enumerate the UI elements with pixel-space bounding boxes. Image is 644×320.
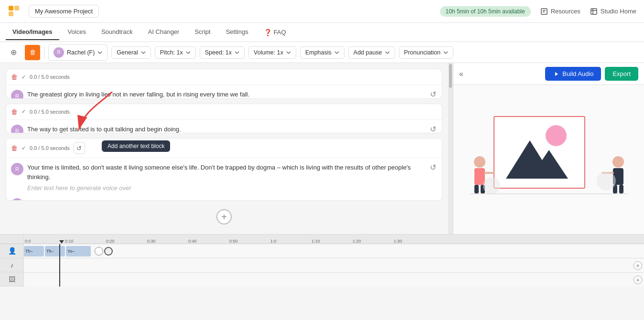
track-icon-image[interactable]: 🖼 bbox=[0, 272, 24, 287]
collapse-panel-button[interactable]: « bbox=[459, 70, 463, 78]
content-area: 🗑 ✓ 0.0 / 5.0 seconds R The greatest glo… bbox=[0, 63, 644, 234]
text-block-3-content[interactable]: Your time is limited, so don't waste it … bbox=[27, 163, 425, 181]
block-2-delete-button[interactable]: 🗑 bbox=[11, 108, 18, 116]
project-name-button[interactable]: My Awesome Project bbox=[29, 5, 99, 18]
ruler-mark-110: 1:10 bbox=[311, 239, 320, 244]
ruler-mark-130: 1:30 bbox=[394, 239, 402, 244]
text-block-2-avatar: R bbox=[11, 125, 23, 134]
svg-rect-13 bbox=[474, 168, 485, 185]
block-1-regenerate-button[interactable]: ↺ bbox=[430, 90, 436, 99]
quota-badge: 10h 5min of 10h 5min available bbox=[440, 6, 531, 17]
resources-link[interactable]: Resources bbox=[540, 8, 580, 15]
svg-rect-14 bbox=[474, 185, 479, 193]
studio-home-link[interactable]: Studio Home bbox=[590, 8, 636, 15]
svg-rect-0 bbox=[9, 6, 13, 11]
timeline-left-sidebar: 👤 ♪ 🖼 bbox=[0, 235, 24, 287]
add-block-tooltip: Add another text block bbox=[102, 140, 170, 152]
tab-voices[interactable]: Voices bbox=[61, 24, 93, 40]
add-block-button[interactable]: + bbox=[216, 209, 232, 224]
timeline-tracks: Th– Th– Yo– + + bbox=[24, 244, 644, 287]
block-1-check: ✓ bbox=[21, 74, 26, 80]
top-right-area: 10h 5min of 10h 5min available Resources… bbox=[440, 6, 636, 17]
tab-settings[interactable]: Settings bbox=[219, 24, 255, 40]
clip-1c[interactable]: Yo– bbox=[66, 246, 91, 256]
ruler-mark-0: 0:0 bbox=[25, 239, 31, 244]
volume-dropdown[interactable]: Volume: 1x bbox=[248, 46, 296, 59]
track-2-add[interactable]: + bbox=[633, 261, 642, 270]
block-3-seconds: 0.0 / 5.0 seconds bbox=[30, 145, 70, 151]
export-button[interactable]: Export bbox=[605, 67, 638, 81]
add-block-container: + bbox=[6, 205, 442, 228]
text-block-3-input-row: R ↺ bbox=[6, 196, 442, 201]
style-dropdown[interactable]: General bbox=[111, 46, 150, 59]
pronunciation-dropdown[interactable]: Pronunciation bbox=[399, 46, 453, 59]
clip-1a[interactable]: Th– bbox=[24, 246, 44, 256]
block-1-delete-button[interactable]: 🗑 bbox=[11, 73, 18, 81]
pitch-dropdown[interactable]: Pitch: 1x bbox=[155, 46, 196, 59]
timeline-track-2[interactable]: + bbox=[24, 258, 644, 273]
preview-illustration bbox=[468, 112, 630, 207]
tab-ai-changer[interactable]: AI Changer bbox=[141, 24, 186, 40]
playhead-triangle bbox=[59, 240, 64, 244]
track-icon-music[interactable]: ♪ bbox=[0, 258, 24, 273]
timeline-ruler: 0:0 0:10 0:20 0:30 0:40 0:50 1:0 1:10 1:… bbox=[24, 235, 644, 244]
text-block-3-input[interactable]: Enter text here to generate voice over bbox=[27, 184, 425, 192]
voice-dropdown[interactable]: R Rachel (F) bbox=[48, 44, 107, 61]
block-1-seconds: 0.0 / 5.0 seconds bbox=[30, 74, 70, 80]
logo bbox=[8, 5, 21, 18]
text-block-3-body: R Your time is limited, so don't waste i… bbox=[6, 158, 442, 196]
right-panel-header: « Build Audio Export bbox=[453, 63, 644, 85]
studio-home-label: Studio Home bbox=[601, 8, 636, 15]
block-3-input-regen-button[interactable]: ↺ bbox=[430, 198, 436, 201]
text-block-3-avatar: R bbox=[11, 163, 23, 175]
timeline-scroll-area[interactable]: 0:0 0:10 0:20 0:30 0:40 0:50 1:0 1:10 1:… bbox=[24, 235, 644, 287]
ruler-mark-20: 0:20 bbox=[106, 239, 115, 244]
left-panel-scrollbar[interactable] bbox=[448, 63, 453, 234]
clip-1b[interactable]: Th– bbox=[45, 246, 65, 256]
block-3-refresh-button[interactable]: ↺ bbox=[74, 142, 85, 154]
tab-video-images[interactable]: Video/Images bbox=[6, 24, 59, 40]
tab-faq[interactable]: ❓ FAQ bbox=[257, 25, 293, 40]
toolbar-divider bbox=[44, 47, 44, 58]
right-panel-actions: Build Audio Export bbox=[545, 67, 638, 81]
ruler-mark-30: 0:30 bbox=[147, 239, 156, 244]
block-3-delete-button[interactable]: 🗑 bbox=[11, 144, 18, 152]
ruler-mark-100: 1:0 bbox=[270, 239, 277, 244]
tab-script[interactable]: Script bbox=[188, 24, 217, 40]
text-block-2: 🗑 ✓ 0.0 / 5.0 seconds R The way to get s… bbox=[6, 104, 442, 134]
svg-point-23 bbox=[483, 177, 500, 194]
build-audio-button[interactable]: Build Audio bbox=[545, 67, 601, 81]
timeline-track-3[interactable]: + bbox=[24, 273, 644, 287]
right-panel: « Build Audio Export bbox=[453, 63, 644, 234]
text-block-1-body: R The greatest glory in living lies not … bbox=[6, 85, 442, 99]
track-3-add[interactable]: + bbox=[633, 276, 642, 284]
timeline-track-1[interactable]: Th– Th– Yo– bbox=[24, 244, 644, 258]
svg-rect-6 bbox=[591, 9, 597, 14]
ruler-mark-120: 1:20 bbox=[353, 239, 361, 244]
speed-dropdown[interactable]: Speed: 1x bbox=[200, 46, 245, 59]
text-block-2-content[interactable]: The way to get started is to quit talkin… bbox=[27, 125, 425, 134]
text-block-3-header: 🗑 ✓ 0.0 / 5.0 seconds ↺ Add another text… bbox=[6, 139, 442, 158]
svg-rect-1 bbox=[14, 6, 19, 11]
delete-tool-button[interactable]: 🗑 bbox=[25, 45, 40, 60]
playhead-circle bbox=[104, 247, 113, 256]
svg-point-22 bbox=[597, 171, 616, 191]
block-3-regenerate-button[interactable]: ↺ bbox=[430, 163, 436, 172]
timeline-corner bbox=[0, 235, 23, 244]
ruler-mark-40: 0:40 bbox=[188, 239, 197, 244]
track-icon-person[interactable]: 👤 bbox=[0, 244, 24, 258]
svg-point-11 bbox=[546, 125, 567, 146]
block-2-check: ✓ bbox=[21, 108, 26, 115]
block-2-regenerate-button[interactable]: ↺ bbox=[430, 125, 436, 134]
svg-point-17 bbox=[612, 156, 624, 168]
main-nav: Video/Images Voices Soundtrack AI Change… bbox=[0, 23, 644, 42]
text-block-2-header: 🗑 ✓ 0.0 / 5.0 seconds bbox=[6, 104, 442, 120]
add-clip-button[interactable] bbox=[95, 247, 103, 256]
tab-soundtrack[interactable]: Soundtrack bbox=[95, 24, 140, 40]
add-pause-dropdown[interactable]: Add pause bbox=[348, 46, 395, 59]
resources-label: Resources bbox=[551, 8, 580, 15]
text-block-1-content[interactable]: The greatest glory in living lies not in… bbox=[27, 90, 425, 99]
scrollbar-thumb[interactable] bbox=[449, 64, 452, 88]
settings-tool-button[interactable]: ⊕ bbox=[6, 45, 21, 60]
emphasis-dropdown[interactable]: Emphasis bbox=[300, 46, 344, 59]
